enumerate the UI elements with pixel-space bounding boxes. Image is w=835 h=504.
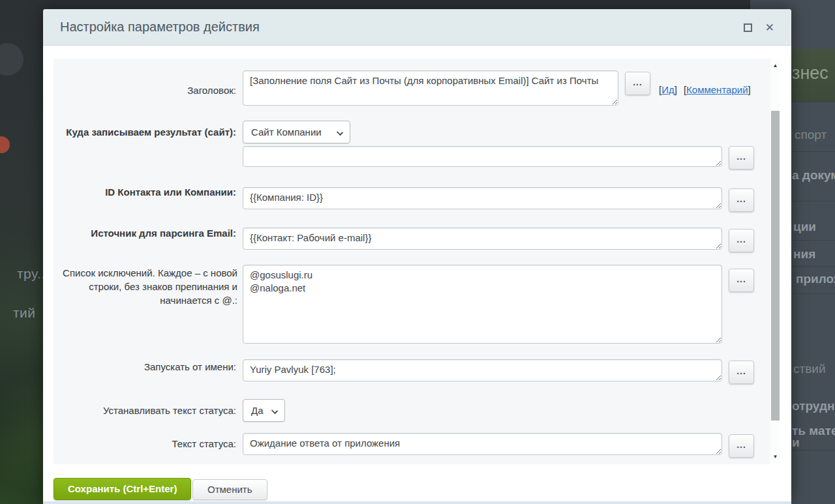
dialog-bottom-edge xyxy=(43,501,791,504)
status-text-input[interactable]: Ожидание ответа от приложения xyxy=(243,433,722,455)
result-target-select[interactable]: Сайт Компании xyxy=(243,121,350,143)
result-target-picker-button[interactable]: ... xyxy=(729,146,754,170)
maximize-icon[interactable] xyxy=(744,23,752,32)
status-text-picker-button[interactable]: ... xyxy=(729,434,754,458)
scrollbar-thumb[interactable] xyxy=(771,111,780,421)
field-label-status-text: Текст статуса: xyxy=(53,437,236,451)
field-label-title: Заголовок: xyxy=(53,84,236,97)
field-label-exclusion-list: Список исключений. Каждое – с новой стро… xyxy=(53,266,237,307)
set-status-selected-value: Да xyxy=(243,405,264,416)
field-label-run-as: Запускать от имени: xyxy=(53,361,236,374)
save-button[interactable]: Сохранить (Ctrl+Enter) xyxy=(53,478,191,500)
panel-scrollbar[interactable]: ▲ ▼ xyxy=(770,59,780,464)
notification-badge xyxy=(0,136,10,153)
background-menu-item: и xyxy=(792,436,800,450)
result-target-selected-value: Сайт Компании xyxy=(243,126,322,138)
close-icon[interactable]: ✕ xyxy=(765,22,774,33)
run-as-picker-button[interactable]: ... xyxy=(729,361,754,384)
contact-id-input[interactable]: {{Компания: ID}} xyxy=(243,187,722,209)
background-menu-item: ния xyxy=(793,247,815,261)
scroll-down-icon[interactable]: ▼ xyxy=(770,450,780,464)
chevron-down-icon xyxy=(271,408,278,414)
cancel-button[interactable]: Отменить xyxy=(192,479,267,500)
field-label-email-source: Источник для парсинга Email: xyxy=(53,227,236,240)
background-menu-item: ствий xyxy=(793,362,826,376)
field-label-contact-id: ID Контакта или Компании: xyxy=(53,186,236,199)
email-source-input[interactable]: {{Контакт: Рабочий e-mail}} xyxy=(243,228,722,250)
exclusion-list-input[interactable]: @gosuslugi.ru @naloga.net xyxy=(243,265,722,344)
dialog-titlebar: Настройка параметров действия ✕ xyxy=(43,9,791,46)
background-menu-item: приложе xyxy=(796,272,835,286)
title-picker-button[interactable]: ... xyxy=(625,72,650,95)
background-text: тий xyxy=(13,305,36,321)
dialog-title: Настройка параметров действия xyxy=(60,20,260,35)
background-menu-item: отрудника xyxy=(792,399,835,413)
set-status-select[interactable]: Да xyxy=(243,399,285,422)
background-menu-item: спорт xyxy=(795,128,827,142)
id-link[interactable]: Ид xyxy=(661,84,675,95)
result-target-extra-input[interactable] xyxy=(243,146,722,167)
bracket: ] xyxy=(748,84,751,95)
background-menu-item: ции xyxy=(793,220,816,234)
scroll-up-icon[interactable]: ▲ xyxy=(770,59,780,73)
field-label-set-status: Устанавливать текст статуса: xyxy=(53,404,236,417)
title-links: [Ид][Комментарий] xyxy=(659,84,751,95)
exclusion-list-picker-button[interactable]: ... xyxy=(729,269,754,292)
email-source-picker-button[interactable]: ... xyxy=(729,229,754,252)
title-input[interactable]: [Заполнение поля Сайт из Почты (для корп… xyxy=(243,70,618,106)
form-panel: Заголовок: [Заполнение поля Сайт из Почт… xyxy=(53,59,780,464)
background-avatar-circle xyxy=(0,43,23,76)
background-menu-item: а докуме xyxy=(792,168,835,183)
field-label-result-target: Куда записываем результат (сайт): xyxy=(53,126,236,139)
action-settings-dialog: Настройка параметров действия ✕ Заголово… xyxy=(43,9,791,504)
background-header-text: знес xyxy=(792,63,828,83)
chevron-down-icon xyxy=(337,129,343,136)
comment-link[interactable]: Комментарий xyxy=(686,84,748,95)
contact-id-picker-button[interactable]: ... xyxy=(729,188,754,212)
bracket: ] xyxy=(675,84,677,95)
run-as-input[interactable]: Yuriy Pavlyuk [763]; xyxy=(243,359,722,381)
